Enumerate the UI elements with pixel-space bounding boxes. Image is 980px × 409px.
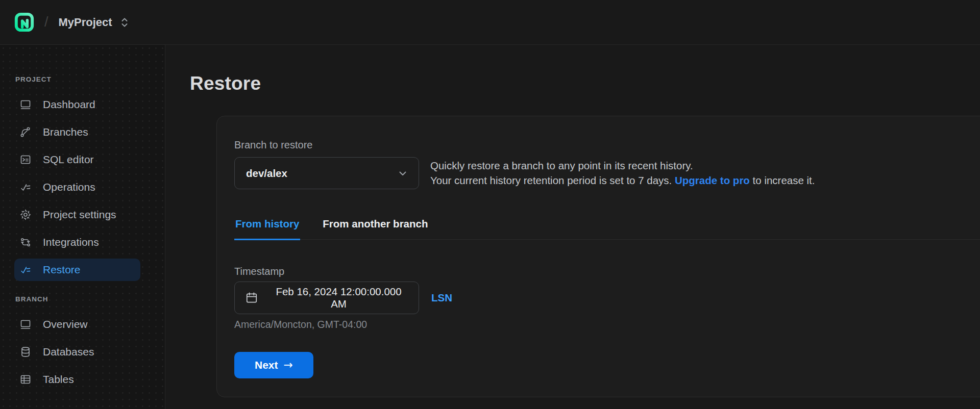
- settings-icon: [19, 209, 32, 221]
- restore-card: Branch to restore dev/alex Quickly resto…: [216, 116, 980, 397]
- restore-description: Quickly restore a branch to any point in…: [430, 159, 815, 188]
- description-line1: Quickly restore a branch to any point in…: [430, 159, 815, 173]
- timezone-note: America/Moncton, GMT-04:00: [234, 319, 979, 330]
- sidebar-section-branch: BRANCH Overview Databases: [14, 295, 140, 391]
- sidebar-item-tables[interactable]: Tables: [14, 368, 140, 391]
- restore-icon: [19, 264, 32, 276]
- arrow-right-icon: →: [284, 360, 293, 371]
- sidebar-item-sql-editor[interactable]: SQL editor: [14, 148, 140, 171]
- operations-icon: [19, 181, 32, 193]
- sidebar-item-dashboard[interactable]: Dashboard: [14, 93, 140, 116]
- sidebar: PROJECT Dashboard Branches: [0, 45, 165, 409]
- sidebar-item-integrations[interactable]: Integrations: [14, 231, 140, 253]
- timestamp-label: Timestamp: [234, 265, 979, 277]
- sidebar-item-databases[interactable]: Databases: [14, 341, 140, 363]
- chevrons-up-down-icon: [120, 17, 129, 28]
- tables-icon: [19, 373, 32, 386]
- project-switcher[interactable]: MyProject: [58, 14, 130, 31]
- sidebar-item-overview[interactable]: Overview: [14, 313, 140, 336]
- calendar-icon: [245, 291, 258, 304]
- sidebar-item-branches[interactable]: Branches: [14, 121, 140, 143]
- sidebar-item-restore[interactable]: Restore: [14, 259, 140, 281]
- neon-logo[interactable]: [12, 10, 36, 34]
- topbar: / MyProject: [0, 0, 980, 45]
- tab-from-history[interactable]: From history: [234, 210, 300, 240]
- lsn-link[interactable]: LSN: [431, 292, 452, 304]
- databases-icon: [19, 346, 32, 358]
- dashboard-icon: [19, 98, 32, 111]
- main-content: Restore Branch to restore dev/alex Quick…: [165, 45, 980, 409]
- timestamp-value: Feb 16, 2024 12:00:00.000 AM: [267, 286, 410, 310]
- project-name: MyProject: [59, 16, 112, 29]
- next-button[interactable]: Next →: [234, 352, 313, 378]
- overview-icon: [19, 318, 32, 330]
- next-button-label: Next: [255, 359, 278, 371]
- upgrade-to-pro-link[interactable]: Upgrade to pro: [675, 174, 750, 186]
- branch-select-value: dev/alex: [246, 167, 287, 180]
- tabs: From history From another branch: [234, 210, 980, 240]
- description-line2: Your current history retention period is…: [430, 173, 815, 188]
- page-title: Restore: [190, 72, 980, 95]
- sidebar-item-project-settings[interactable]: Project settings: [14, 203, 140, 226]
- integrations-icon: [19, 236, 32, 248]
- branch-select-label: Branch to restore: [234, 139, 979, 151]
- timestamp-input[interactable]: Feb 16, 2024 12:00:00.000 AM: [234, 282, 419, 314]
- section-label-project: PROJECT: [15, 75, 140, 83]
- tab-from-another-branch[interactable]: From another branch: [322, 210, 429, 240]
- section-label-branch: BRANCH: [15, 295, 140, 303]
- sidebar-item-operations[interactable]: Operations: [14, 176, 140, 198]
- breadcrumb-separator: /: [44, 14, 48, 30]
- sidebar-section-project: PROJECT Dashboard Branches: [14, 75, 140, 281]
- sql-editor-icon: [19, 154, 32, 166]
- branches-icon: [19, 126, 32, 138]
- branch-select[interactable]: dev/alex: [234, 157, 419, 189]
- chevron-down-icon: [397, 168, 408, 179]
